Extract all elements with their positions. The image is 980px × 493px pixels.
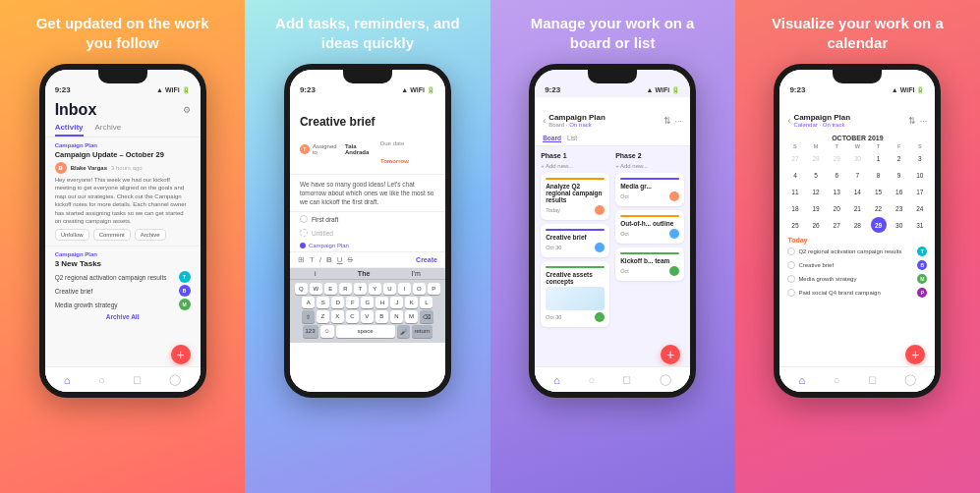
cal-day-28a[interactable]: 28	[808, 150, 824, 166]
nav-search-icon-1[interactable]: ○	[98, 374, 105, 386]
cb-check-2[interactable]	[300, 229, 308, 237]
nav-bell-icon[interactable]: ◻	[133, 373, 142, 386]
board-sort-icon[interactable]: ⇅	[663, 116, 671, 126]
key-a[interactable]: A	[302, 297, 315, 308]
key-b[interactable]: B	[375, 310, 388, 323]
unfollow-btn[interactable]: Unfollow	[55, 229, 89, 241]
board-card-3[interactable]: Creative assets concepts Oct 30	[541, 261, 609, 327]
cal-day-23[interactable]: 23	[892, 200, 907, 216]
board-tab-board[interactable]: Board	[543, 135, 561, 142]
key-j[interactable]: J	[390, 297, 403, 308]
board-card-4[interactable]: Media gr... Oct	[615, 173, 684, 206]
cal-day-9[interactable]: 9	[892, 167, 907, 183]
cal-check-0[interactable]	[787, 247, 795, 255]
cal-day-8[interactable]: 8	[871, 167, 887, 183]
col-2-add-new[interactable]: + Add new...	[615, 163, 684, 169]
inbox-settings-icon[interactable]: ⚙	[183, 105, 191, 115]
cal-day-15[interactable]: 15	[871, 184, 887, 199]
key-z[interactable]: Z	[317, 310, 329, 323]
cal-day-28b[interactable]: 28	[849, 217, 865, 233]
board-card-6[interactable]: Kickoff b... team Oct	[615, 247, 684, 281]
cal-day-1[interactable]: 1	[871, 150, 887, 166]
cal-day-29-today[interactable]: 29	[871, 217, 887, 233]
nav-bell-3[interactable]: ◻	[622, 373, 631, 386]
nav-user-icon-1[interactable]: ◯	[169, 373, 181, 386]
key-r[interactable]: R	[339, 283, 352, 295]
cal-day-29a[interactable]: 29	[829, 150, 844, 166]
cal-day-25[interactable]: 25	[787, 217, 803, 233]
tb-img-icon[interactable]: ⊞	[298, 255, 305, 264]
key-123[interactable]: 123	[303, 325, 318, 338]
key-n[interactable]: N	[390, 310, 403, 323]
cal-day-3[interactable]: 3	[912, 150, 928, 166]
fab-1[interactable]: +	[171, 345, 191, 364]
suggestion-0[interactable]: i	[315, 270, 317, 277]
cal-day-7[interactable]: 7	[849, 167, 865, 183]
cal-day-26[interactable]: 26	[808, 217, 824, 233]
key-s[interactable]: S	[317, 297, 329, 308]
nav-search-4[interactable]: ○	[834, 374, 840, 386]
col-1-add-new[interactable]: + Add new...	[541, 163, 609, 169]
key-e[interactable]: E	[324, 283, 337, 295]
key-return[interactable]: return	[412, 325, 433, 338]
cal-day-14[interactable]: 14	[849, 184, 865, 199]
cal-day-18[interactable]: 18	[787, 200, 803, 216]
cal-day-24[interactable]: 24	[912, 200, 928, 216]
key-y[interactable]: Y	[369, 283, 381, 295]
key-x[interactable]: X	[331, 310, 344, 323]
cal-day-30[interactable]: 30	[892, 217, 907, 233]
board-tab-list[interactable]: List	[567, 135, 577, 142]
key-f[interactable]: F	[346, 297, 359, 308]
key-g[interactable]: G	[361, 297, 374, 308]
key-m[interactable]: M	[405, 310, 418, 323]
key-o[interactable]: O	[413, 283, 426, 295]
cb-check-1[interactable]	[300, 215, 308, 223]
key-w[interactable]: W	[310, 283, 322, 295]
cal-day-31[interactable]: 31	[912, 217, 928, 233]
key-d[interactable]: D	[331, 297, 344, 308]
key-v[interactable]: V	[361, 310, 374, 323]
key-q[interactable]: Q	[295, 283, 308, 295]
key-shift[interactable]: ⇧	[302, 310, 315, 323]
cal-day-19[interactable]: 19	[808, 200, 824, 216]
cal-day-16[interactable]: 16	[892, 184, 907, 199]
cb-create-btn[interactable]: Create	[416, 256, 437, 263]
inbox-tab-archive[interactable]: Archive	[95, 123, 122, 137]
key-emoji[interactable]: ☺	[320, 325, 334, 338]
key-t[interactable]: T	[354, 283, 367, 295]
inbox-tab-activity[interactable]: Activity	[55, 123, 84, 137]
archive-all-link[interactable]: Archive All	[55, 313, 191, 320]
cal-check-3[interactable]	[787, 289, 795, 297]
cal-day-17[interactable]: 17	[912, 184, 928, 199]
cal-sort-icon[interactable]: ⇅	[908, 116, 916, 126]
cal-day-27b[interactable]: 27	[829, 217, 844, 233]
cal-check-1[interactable]	[787, 261, 795, 269]
board-card-2[interactable]: Creative brief Oct 30	[541, 224, 609, 257]
cal-day-10[interactable]: 10	[912, 167, 928, 183]
cal-day-11[interactable]: 11	[787, 184, 803, 199]
suggestion-1[interactable]: The	[358, 270, 370, 277]
tb-italic-icon[interactable]: I	[319, 255, 321, 264]
board-card-1[interactable]: Analyze Q2 regional campaign results Tod…	[541, 173, 609, 220]
cal-day-30a[interactable]: 30	[849, 150, 865, 166]
fab-3[interactable]: +	[661, 345, 680, 364]
board-back-icon[interactable]: ‹	[543, 116, 546, 126]
cal-check-2[interactable]	[787, 275, 795, 283]
cal-day-21[interactable]: 21	[849, 200, 865, 216]
cal-day-5[interactable]: 5	[808, 167, 824, 183]
tb-underline-icon[interactable]: U	[337, 255, 343, 264]
board-more-icon[interactable]: ···	[675, 116, 683, 126]
cal-day-6[interactable]: 6	[829, 167, 844, 183]
tb-strike-icon[interactable]: S	[348, 255, 353, 264]
tb-text-icon[interactable]: T	[310, 255, 315, 264]
key-mic[interactable]: 🎤	[397, 325, 410, 338]
cal-more-icon[interactable]: ···	[920, 116, 928, 126]
key-p[interactable]: P	[428, 283, 440, 295]
key-space[interactable]: space	[336, 325, 395, 338]
key-h[interactable]: H	[375, 297, 388, 308]
cal-day-22[interactable]: 22	[871, 200, 887, 216]
cal-day-4[interactable]: 4	[787, 167, 803, 183]
cal-day-12[interactable]: 12	[808, 184, 824, 199]
key-c[interactable]: C	[346, 310, 359, 323]
archive-btn[interactable]: Archive	[135, 229, 166, 241]
